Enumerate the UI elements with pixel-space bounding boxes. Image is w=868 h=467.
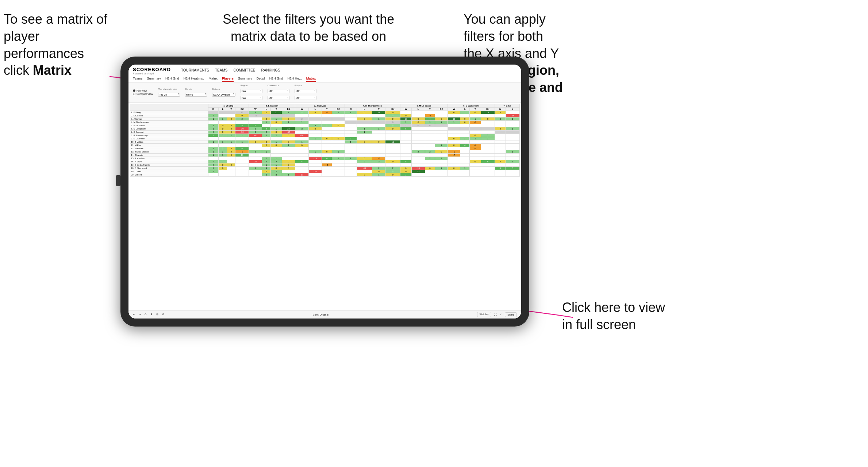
row-header-2: 3. J Koivun	[130, 117, 208, 121]
cell-15-22: 0	[470, 160, 481, 163]
cell-13-25	[506, 154, 519, 157]
sub-w6: W	[448, 108, 460, 111]
cell-9-14: 0	[372, 140, 385, 144]
cell-11-12	[345, 147, 357, 150]
sub-w1: W	[208, 108, 219, 111]
cell-11-15	[385, 147, 400, 150]
sub-tab-teams[interactable]: Teams	[133, 77, 143, 82]
table-row: 1. W Ding112011110-2120170010130	[130, 111, 520, 114]
refresh-icon[interactable]: ⟳	[145, 313, 147, 316]
cell-2-5: 0	[262, 117, 270, 121]
sub-l2: L	[262, 108, 270, 111]
toolbar-right: Watch ▾ ⛶ ⤢ Share	[477, 312, 517, 317]
sub-l5: L	[412, 108, 425, 111]
logo-area: SCOREBOARD Powered by clippd	[133, 67, 171, 75]
sub-tab-summary[interactable]: Summary	[147, 77, 161, 82]
sub-tab-h2h-grid[interactable]: H2H Grid	[165, 77, 179, 82]
cell-4-8	[295, 124, 309, 127]
sub-tab-h2h-heatmap[interactable]: H2H Heatmap	[184, 77, 204, 82]
row-header-18: 19. D Ford	[130, 170, 208, 173]
cell-15-2	[227, 160, 235, 163]
sub-tab-matrix[interactable]: Matrix	[209, 77, 218, 82]
nav-teams[interactable]: TEAMS	[215, 68, 227, 74]
cell-10-25	[506, 144, 519, 147]
conf-select-wrap2: (All)	[268, 94, 289, 100]
cell-2-0: 1	[208, 117, 219, 121]
cell-0-18	[425, 111, 435, 114]
cell-14-4	[249, 157, 262, 160]
row-header-1: 2. L Clanton	[130, 114, 208, 117]
cell-14-14: -7	[372, 157, 385, 160]
nav-rankings[interactable]: RANKINGS	[261, 68, 280, 74]
cell-2-2: 0	[227, 117, 235, 121]
cell-13-11	[332, 154, 345, 157]
cell-8-17	[412, 137, 425, 140]
cell-17-25: 5	[506, 167, 519, 170]
grid-icon[interactable]: ⊞	[156, 313, 158, 316]
sub-tab-h2h-grid2[interactable]: H2H Grid	[269, 77, 283, 82]
redo-icon[interactable]: ↪	[139, 313, 141, 316]
cell-6-18	[425, 131, 435, 134]
row-header-15: 16. K Vilips	[130, 160, 208, 163]
conference-select1[interactable]: (All)	[268, 89, 289, 93]
region-select2[interactable]: N/A	[241, 96, 262, 100]
players-select1[interactable]: (All)	[295, 89, 316, 93]
cell-2-15: 0	[385, 117, 400, 121]
cell-9-4: 0	[249, 140, 262, 144]
filter-max-players: Max players in view Top 25	[158, 88, 180, 97]
sub-tab-detail[interactable]: Detail	[257, 77, 265, 82]
cell-14-6: 1	[270, 157, 282, 160]
sub-t5: T	[425, 108, 435, 111]
cell-3-21: 0	[460, 121, 470, 124]
row-header-8: 9. N Gabrelcik	[130, 137, 208, 140]
settings-icon[interactable]: ⚙	[162, 313, 164, 316]
sub-tab-matrix-active[interactable]: Matrix	[306, 77, 316, 82]
cell-12-19: 0	[435, 150, 448, 154]
cell-9-24	[495, 140, 506, 144]
table-row: 3. J Koivun11020102010130401101031	[130, 117, 520, 121]
cell-5-2: 0	[227, 127, 235, 131]
download-icon[interactable]: ⬇	[150, 313, 153, 316]
cell-17-21: 1	[460, 167, 470, 170]
division-select[interactable]: NCAA Division I	[212, 93, 235, 97]
radio-full-view[interactable]: Full View	[133, 89, 153, 92]
cell-7-18	[425, 134, 435, 137]
col-header-6: 6. C Lamprecht	[448, 104, 495, 108]
logo-title: SCOREBOARD	[133, 67, 171, 72]
nav-committee[interactable]: COMMITTEE	[233, 68, 255, 74]
cell-5-8: 3	[295, 127, 309, 131]
cell-2-17: 0	[412, 117, 425, 121]
watch-button[interactable]: Watch ▾	[477, 312, 492, 317]
undo-icon[interactable]: ↩	[133, 313, 135, 316]
fullscreen-icon[interactable]: ⛶	[494, 313, 497, 316]
expand-icon[interactable]: ⤢	[500, 313, 502, 316]
conference-select2[interactable]: (All)	[268, 96, 289, 100]
gender-select[interactable]: Men's	[185, 93, 207, 97]
cell-2-9	[308, 117, 322, 121]
nav-tournaments[interactable]: TOURNAMENTS	[181, 68, 209, 74]
cell-19-18	[425, 173, 435, 177]
annotation-top-left: To see a matrix of player performances c…	[4, 11, 120, 79]
sub-tab-summary2[interactable]: Summary	[238, 77, 252, 82]
cell-11-4	[249, 147, 262, 150]
cell-19-17	[412, 173, 425, 177]
cell-1-17	[412, 114, 425, 117]
max-players-select[interactable]: Top 25	[158, 93, 180, 97]
cell-2-22: 1	[470, 117, 481, 121]
table-row: 16. K Vilips21-25220433080501	[130, 160, 520, 163]
logo-subtitle: Powered by clippd	[133, 72, 171, 75]
sub-w5: W	[400, 108, 411, 111]
region-select1[interactable]: N/A	[241, 89, 262, 93]
sub-tab-h2h-he[interactable]: H2H He...	[287, 77, 302, 82]
cell-6-21	[460, 131, 470, 134]
players-select2[interactable]: (All)	[295, 96, 316, 100]
players-select-wrap1: (All)	[295, 87, 316, 93]
cell-16-11	[332, 163, 345, 167]
share-button[interactable]: Share	[505, 312, 517, 317]
sub-tab-players[interactable]: Players	[222, 77, 234, 82]
cell-18-9: -20	[308, 170, 322, 173]
radio-compact-view[interactable]: Compact View	[133, 93, 153, 95]
cell-17-5: 3	[262, 167, 270, 170]
cell-0-7: 1	[282, 111, 295, 114]
row-header-17: 18. C Sherwood	[130, 167, 208, 170]
